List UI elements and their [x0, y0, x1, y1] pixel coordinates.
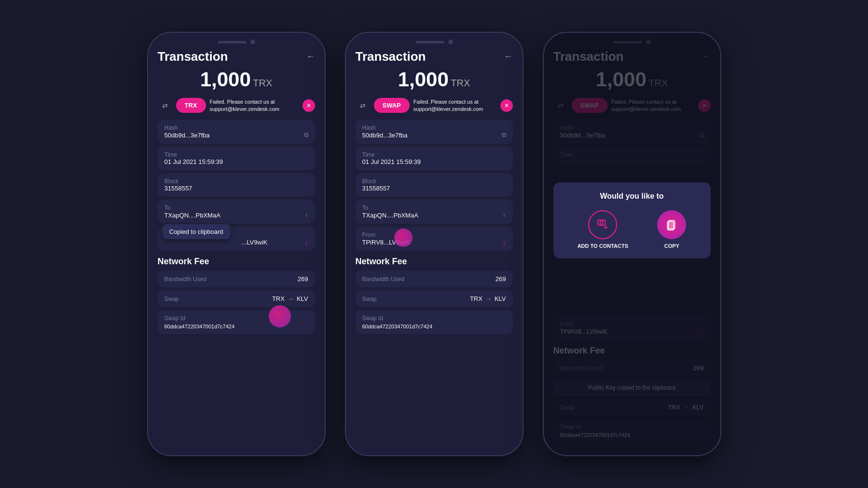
status-message: Failed. Please contact us at support@kle… [210, 98, 299, 112]
notch-bar [218, 41, 247, 43]
to-value-2: TXapQN....PbXMaA [362, 212, 418, 219]
to-label-2: To [362, 204, 369, 211]
status-bar-2: ⇄ SWAP Failed. Please contact us at supp… [356, 98, 513, 113]
phone-2-header: Transaction ← [356, 49, 513, 64]
swap-label-2: Swap [362, 296, 377, 302]
swap-value: TRX → KLV [272, 295, 308, 302]
bandwidth-card-2: Bandwidth Used 269 [356, 271, 513, 287]
amount-currency-2: TRX [451, 78, 470, 88]
swap-label: Swap [165, 296, 179, 302]
amount-display: 1,000 TRX [158, 68, 315, 91]
swap-rotate-icon: ⇄ [158, 98, 172, 113]
to-card: To TXapQN....PbXMaA ↑ [158, 200, 315, 224]
copy-label: COPY [664, 243, 679, 249]
bandwidth-value: 269 [298, 275, 308, 283]
action-modal: Would you like to ADD TO CONTACTS [553, 182, 711, 258]
amount-display-2: 1,000 TRX [356, 68, 513, 91]
block-card: Block 31558557 [158, 173, 315, 197]
copy-action[interactable]: COPY [657, 210, 686, 249]
amount-currency: TRX [253, 78, 272, 88]
copy-icon-circle [657, 210, 686, 239]
status-bar: ⇄ TRX Failed. Please contact us at suppo… [158, 98, 315, 113]
swap-card-2: Swap TRX → KLV [356, 290, 513, 307]
network-fee-title: Network Fee [158, 257, 315, 267]
close-button[interactable]: ✕ [303, 99, 315, 112]
svg-rect-5 [668, 222, 674, 230]
phone-1-header: Transaction ← [158, 49, 315, 64]
network-fee-title-2: Network Fee [356, 257, 513, 267]
time-label-2: Time [362, 151, 375, 158]
phones-container: Transaction ← 1,000 TRX ⇄ TRX Failed. Pl… [138, 22, 731, 466]
from-arrow-icon-2: ↓ [503, 238, 506, 246]
copy-icon[interactable]: ⧉ [304, 131, 308, 139]
copy-icon-2[interactable]: ⧉ [502, 131, 506, 139]
phone-3: Transaction ← 1,000 TRX ⇄ SWAP Failed. P… [543, 32, 721, 456]
swap-card: Swap TRX → KLV [158, 290, 315, 307]
back-arrow-2[interactable]: ← [504, 52, 513, 62]
swap-to: KLV [297, 295, 308, 302]
phone-notch-2 [346, 33, 523, 49]
block-card-2: Block 31558557 [356, 173, 513, 197]
hash-label: Hash [165, 124, 178, 131]
bandwidth-value-2: 269 [496, 275, 506, 283]
swap-button-2[interactable]: SWAP [374, 98, 410, 113]
hash-card: Hash 50db9d...3e7fba ⧉ [158, 120, 315, 144]
from-arrow-icon: ↓ [305, 238, 308, 246]
from-label-2: From [362, 231, 376, 238]
swap-rotate-icon-2: ⇄ [356, 98, 370, 113]
phone-2-content: Transaction ← 1,000 TRX ⇄ SWAP Failed. P… [346, 49, 523, 337]
swap-from-2: TRX [470, 295, 482, 302]
add-contacts-icon-circle [588, 210, 617, 239]
svg-point-1 [600, 221, 604, 224]
notch-bar-2 [415, 41, 444, 43]
to-arrow-icon-2: ↑ [503, 211, 506, 219]
hash-value-2: 50db9d...3e7fba [362, 132, 408, 139]
clipboard-tooltip: Copied to clipboard [163, 224, 230, 239]
time-value: 01 Jul 2021 15:59:39 [165, 158, 223, 165]
from-value: ...LV9wiK [242, 239, 268, 246]
swap-id-card: Swap Id 60ddca47220347001d7c7424 [158, 310, 315, 334]
swap-id-card-2: Swap Id 60ddca47220347001d7c7424 [356, 310, 513, 334]
pink-blob-avatar [269, 305, 291, 327]
time-card: Time 01 Jul 2021 15:59:39 [158, 147, 315, 170]
notch-dot-2 [448, 40, 453, 44]
block-value: 31558557 [165, 185, 193, 192]
swap-id-label-2: Swap Id [362, 315, 506, 322]
swap-to-2: KLV [495, 295, 506, 302]
amount-value-2: 1,000 [398, 68, 449, 91]
block-value-2: 31558557 [362, 185, 390, 192]
modal-actions: ADD TO CONTACTS COPY [563, 210, 701, 249]
phone-1-content: Transaction ← 1,000 TRX ⇄ TRX Failed. Pl… [148, 49, 325, 337]
from-card-2: From TPiRV8...LV9wiK ↓ [356, 227, 513, 251]
pink-blob-avatar-2 [394, 229, 413, 247]
swap-button[interactable]: TRX [176, 98, 206, 113]
back-arrow[interactable]: ← [306, 52, 315, 62]
close-button-2[interactable]: ✕ [500, 99, 513, 112]
block-label-2: Block [362, 178, 376, 185]
notch-dot [250, 40, 255, 44]
hash-value: 50db9d...3e7fba [165, 132, 210, 139]
phone-2: Transaction ← 1,000 TRX ⇄ SWAP Failed. P… [345, 32, 524, 456]
to-card-2: To TXapQN....PbXMaA ↑ [356, 200, 513, 224]
to-label: To [165, 204, 171, 211]
swap-value-2: TRX → KLV [470, 295, 506, 302]
person-add-icon [596, 218, 609, 231]
copy-doc-icon [665, 218, 678, 231]
phone-notch-1 [148, 33, 325, 49]
modal-title: Would you like to [563, 192, 701, 201]
hash-label-2: Hash [362, 124, 376, 131]
from-card: From Copied to clipboard ...LV9wiK ↓ [158, 227, 315, 251]
status-message-2: Failed. Please contact us at support@kle… [413, 98, 496, 112]
to-arrow-icon: ↑ [305, 211, 308, 219]
page-title-2: Transaction [356, 49, 426, 64]
swap-id-value-2: 60ddca47220347001d7c7424 [362, 324, 506, 329]
time-label: Time [165, 151, 177, 158]
time-card-2: Time 01 Jul 2021 15:59:39 [356, 147, 513, 170]
block-label: Block [165, 178, 179, 185]
amount-value: 1,000 [200, 68, 251, 91]
swap-direction-icon-2: → [485, 295, 492, 302]
phone-1: Transaction ← 1,000 TRX ⇄ TRX Failed. Pl… [147, 32, 326, 456]
add-contacts-label: ADD TO CONTACTS [578, 243, 628, 249]
add-to-contacts-action[interactable]: ADD TO CONTACTS [578, 210, 628, 249]
swap-from: TRX [272, 295, 285, 302]
